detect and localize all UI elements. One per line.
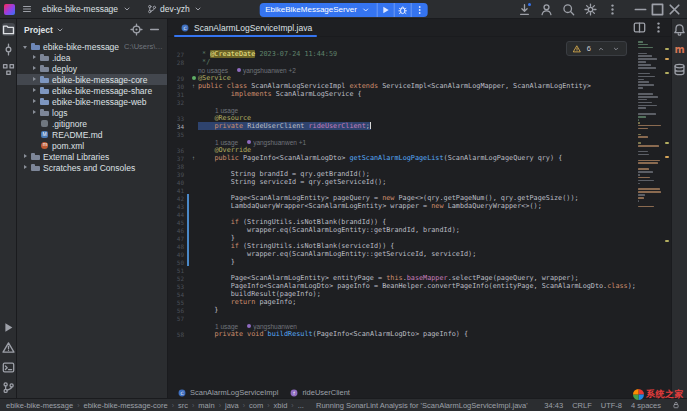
nav-breadcrumb-item[interactable]: ebike-bike-message-core [83,401,167,410]
inlay-hint[interactable]: 1 usageyangshuanwen +1 [168,138,635,146]
line-number[interactable]: 53 [168,283,187,290]
line-number[interactable]: 38 [168,163,187,170]
line-number[interactable]: 52 [168,275,187,282]
nav-breadcrumb-item[interactable]: main [198,401,214,410]
database-tool-button[interactable] [673,63,686,76]
commit-tool-button[interactable] [2,43,15,56]
collapse-button[interactable] [148,23,161,36]
problems-tool-button[interactable] [2,341,15,354]
code-line[interactable]: 28 */ [168,58,635,66]
more-icon[interactable] [606,3,619,16]
maximize-window-button[interactable] [649,0,666,19]
project-tree-item[interactable]: ebike-bike-message-web [17,96,167,107]
code-line[interactable]: 53 PageInfo<ScanAlarmLogDto> pageInfo = … [168,282,635,290]
project-tree-item[interactable]: .idea [17,52,167,63]
code-line[interactable]: 44 [168,210,635,218]
code-line[interactable]: 47 } [168,234,635,242]
line-number[interactable]: 35 [168,131,187,138]
warning-stripe-mark[interactable] [665,72,669,74]
run-config-selector[interactable]: EbikeBikeMessageServer [259,3,377,17]
line-number[interactable]: 33 [168,115,187,122]
nav-breadcrumb-item[interactable]: java [225,401,239,410]
code-line[interactable]: 36 @Override [168,146,635,154]
warning-stripe-mark[interactable] [665,58,669,60]
line-number[interactable]: 46 [168,227,187,234]
code-line[interactable]: 49 wrapper.eq(ScanAlarmLogEntity::getSer… [168,250,635,258]
main-menu-icon[interactable] [21,4,32,15]
line-number[interactable]: 34 [168,123,187,130]
code-line[interactable]: 32 [168,98,635,106]
project-tree-item[interactable]: External Libraries [17,151,167,162]
code-line[interactable]: 45 if (StringUtils.isNotBlank(brandId)) … [168,218,635,226]
line-number[interactable]: 50 [168,259,187,266]
error-stripe[interactable] [663,37,671,387]
nav-breadcrumb-item[interactable]: ebike-bike-message [6,401,73,410]
code-line[interactable]: 50 } [168,258,635,266]
project-tree-item[interactable]: logs [17,107,167,118]
inlay-hint[interactable]: no usagesyangshuanwen +2 [168,66,635,74]
warning-stripe-mark[interactable] [665,240,669,242]
nav-breadcrumb-item[interactable]: ... [298,401,304,410]
line-number[interactable]: 30 [168,83,187,90]
code-line[interactable]: 48 if (StringUtils.isNotBlank(serviceId)… [168,242,635,250]
terminal-tool-button[interactable] [2,361,15,374]
code-line[interactable]: 34 private RideUserClient rideUserClient… [168,122,635,130]
line-number[interactable]: 45 [168,219,187,226]
structure-tool-button[interactable] [2,63,15,76]
line-number[interactable]: 37 [168,155,187,162]
warning-stripe-mark[interactable] [665,48,669,50]
line-number[interactable]: 40 [168,179,187,186]
minimize-window-button[interactable] [632,0,649,19]
inlay-hint[interactable]: 1 usage [168,106,635,114]
locate-button[interactable] [130,23,143,36]
run-tool-button[interactable] [2,321,15,334]
line-number[interactable]: 44 [168,211,187,218]
line-number[interactable]: 39 [168,171,187,178]
code-line[interactable]: 52 Page<ScanAlarmLogEntity> entityPage =… [168,274,635,282]
settings-icon[interactable] [584,3,597,16]
project-tree-item[interactable]: deploy [17,63,167,74]
nav-breadcrumb-item[interactable]: src [178,401,188,410]
line-number[interactable]: 32 [168,99,187,106]
code-line[interactable]: 38 [168,162,635,170]
code-area[interactable]: 27 * @CreateDate 2023-07-24 11:44:5928 *… [168,37,635,387]
code-line[interactable]: 30↑public class ScanAlarmLogServiceImpl … [168,82,635,90]
chevron-down-icon[interactable] [55,24,66,35]
code-line[interactable]: 35 [168,130,635,138]
code-line[interactable]: 27 * @CreateDate 2023-07-24 11:44:59 [168,50,635,58]
code-line[interactable]: 37↑ public PageInfo<ScanAlarmLogDto> get… [168,154,635,162]
line-number[interactable]: 31 [168,91,187,98]
maven-tool-button[interactable]: m [673,43,686,56]
run-button[interactable] [377,3,394,17]
nav-breadcrumb-item[interactable]: xbid [274,401,288,410]
line-number[interactable]: 42 [168,195,187,202]
minimap[interactable] [637,41,662,226]
tab-scanalarmlogserviceimpl-java[interactable]: C ScanAlarmLogServiceImpl.java [170,19,321,37]
line-number[interactable]: 28 [168,59,187,66]
line-number[interactable]: 48 [168,243,187,250]
code-line[interactable]: 43 LambdaQueryWrapper<ScanAlarmLogEntity… [168,202,635,210]
notifications-tool-button[interactable] [673,23,686,36]
profile-icon[interactable] [540,3,553,16]
code-line[interactable]: 58 private void buildResult(PageInfo<Sca… [168,330,635,338]
indent-widget[interactable]: 4 spaces [631,401,661,410]
code-line[interactable]: 40 String serviceId = qry.getServiceId()… [168,178,635,186]
code-line[interactable]: 31 implements ScanAlarmLogService { [168,90,635,98]
previous-problem-icon[interactable] [595,43,606,54]
code-line[interactable]: 46 wrapper.eq(ScanAlarmLogEntity::getBra… [168,226,635,234]
debug-button[interactable] [394,3,411,17]
line-number[interactable]: 27 [168,51,187,58]
project-tree-item[interactable]: .gitignore [17,118,167,129]
breadcrumb-rideUserClient[interactable]: frideUserClient [288,387,350,398]
project-tree-item[interactable]: Scratches and Consoles [17,162,167,173]
nav-breadcrumb-item[interactable]: com [249,401,263,410]
project-tree-item[interactable]: ebike-bike-messageC:\Users\zyhanB\IdeaPr… [17,41,167,52]
read-only-lock-icon[interactable] [670,400,681,411]
project-tree-item[interactable]: ebike-bike-message-share [17,85,167,96]
code-line[interactable]: 56 } [168,306,635,314]
line-number[interactable]: 29 [168,75,187,82]
project-tree-item[interactable]: README.md [17,129,167,140]
close-window-button[interactable] [666,0,683,19]
more-run-actions-button[interactable] [411,3,428,17]
updates-icon[interactable] [518,3,531,16]
